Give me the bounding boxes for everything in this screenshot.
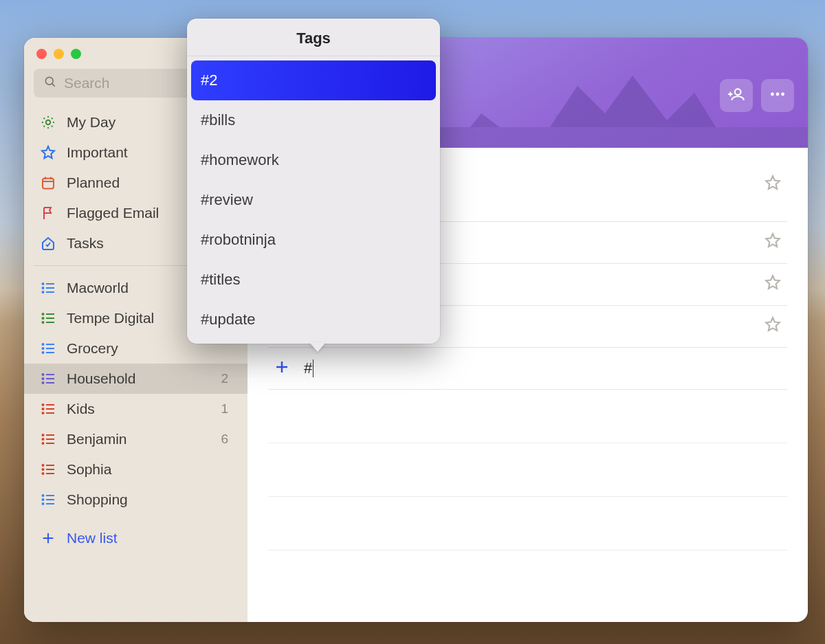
text-caret bbox=[313, 359, 314, 377]
sidebar-item-shopping[interactable]: Shopping bbox=[24, 485, 248, 515]
empty-row bbox=[268, 551, 787, 604]
svg-point-27 bbox=[43, 322, 44, 323]
window-zoom-button[interactable] bbox=[71, 49, 81, 59]
tag-option[interactable]: #update bbox=[191, 300, 436, 340]
more-button[interactable] bbox=[761, 79, 794, 112]
svg-point-31 bbox=[43, 344, 44, 345]
sidebar-item-label: Kids bbox=[67, 401, 95, 417]
sidebar-item-benjamin[interactable]: Benjamin6 bbox=[24, 424, 248, 454]
svg-marker-77 bbox=[766, 176, 780, 189]
svg-point-57 bbox=[43, 473, 44, 474]
sidebar-item-label: Tasks bbox=[67, 235, 104, 252]
sun-icon bbox=[39, 113, 57, 131]
svg-point-21 bbox=[43, 291, 44, 293]
flag-icon bbox=[39, 204, 57, 222]
search-icon bbox=[43, 75, 57, 91]
person-add-icon bbox=[727, 85, 745, 106]
sidebar-item-household[interactable]: Household2 bbox=[24, 364, 248, 394]
svg-point-20 bbox=[43, 287, 44, 289]
sidebar-item-label: Macworld bbox=[67, 280, 129, 296]
list-icon bbox=[39, 491, 57, 509]
tag-option[interactable]: #homework bbox=[191, 140, 436, 180]
svg-line-8 bbox=[52, 126, 53, 127]
calendar-icon bbox=[39, 174, 57, 192]
sidebar-item-label: Tempe Digital bbox=[67, 310, 154, 326]
star-icon bbox=[39, 144, 57, 162]
svg-point-55 bbox=[43, 465, 44, 466]
sidebar-item-label: Flagged Email bbox=[67, 205, 159, 221]
svg-point-49 bbox=[43, 434, 44, 436]
sidebar-item-label: Planned bbox=[67, 175, 120, 191]
list-icon bbox=[39, 309, 57, 327]
sidebar-item-label: Grocery bbox=[67, 340, 118, 357]
svg-point-75 bbox=[776, 93, 780, 96]
svg-point-25 bbox=[43, 313, 44, 315]
popover-title: Tags bbox=[187, 19, 440, 56]
tag-option[interactable]: #review bbox=[191, 180, 436, 220]
star-toggle[interactable] bbox=[764, 274, 782, 294]
svg-marker-11 bbox=[42, 146, 54, 158]
svg-point-44 bbox=[43, 408, 44, 410]
sidebar-item-kids[interactable]: Kids1 bbox=[24, 394, 248, 424]
svg-line-7 bbox=[44, 118, 45, 120]
svg-point-39 bbox=[43, 382, 44, 384]
svg-point-32 bbox=[43, 348, 44, 349]
tag-option[interactable]: #bills bbox=[191, 100, 436, 140]
tag-option[interactable]: #2 bbox=[191, 60, 436, 100]
add-task-input[interactable]: # bbox=[304, 359, 312, 377]
svg-point-37 bbox=[43, 374, 44, 375]
empty-row bbox=[268, 443, 787, 497]
list-icon bbox=[39, 340, 57, 357]
svg-point-62 bbox=[43, 499, 44, 500]
svg-point-0 bbox=[45, 77, 53, 85]
tags-popover: Tags #2#bills#homework#review#robotninja… bbox=[187, 19, 440, 344]
svg-rect-12 bbox=[43, 179, 54, 189]
svg-point-45 bbox=[43, 412, 44, 414]
star-toggle[interactable] bbox=[764, 174, 782, 195]
svg-point-33 bbox=[43, 352, 44, 353]
svg-point-71 bbox=[735, 89, 741, 95]
sidebar-item-label: Shopping bbox=[67, 491, 128, 508]
svg-line-10 bbox=[44, 126, 45, 127]
svg-marker-80 bbox=[766, 318, 780, 331]
tag-option[interactable]: #robotninja bbox=[191, 220, 436, 260]
list-icon bbox=[39, 460, 57, 478]
svg-point-56 bbox=[43, 469, 44, 470]
sidebar-item-count: 6 bbox=[221, 432, 232, 447]
star-toggle[interactable] bbox=[764, 315, 782, 336]
svg-point-19 bbox=[43, 283, 44, 285]
list-icon bbox=[39, 370, 57, 388]
svg-point-74 bbox=[771, 93, 774, 96]
svg-point-43 bbox=[43, 404, 44, 406]
svg-point-2 bbox=[46, 120, 50, 124]
svg-point-61 bbox=[43, 495, 44, 496]
sidebar-item-label: Important bbox=[67, 144, 128, 161]
empty-row bbox=[268, 390, 787, 443]
sidebar-item-label: Benjamin bbox=[67, 431, 127, 447]
list-icon bbox=[39, 279, 57, 297]
svg-marker-78 bbox=[766, 234, 780, 247]
share-button[interactable] bbox=[720, 79, 753, 112]
new-list-button[interactable]: New list bbox=[24, 520, 248, 556]
ellipsis-icon bbox=[769, 85, 786, 106]
add-task-row[interactable]: # bbox=[268, 348, 787, 390]
sidebar-item-count: 2 bbox=[221, 371, 232, 386]
svg-point-26 bbox=[43, 318, 44, 319]
window-close-button[interactable] bbox=[36, 49, 47, 59]
sidebar-item-label: My Day bbox=[67, 114, 116, 131]
svg-point-38 bbox=[43, 378, 44, 379]
new-list-label: New list bbox=[67, 530, 118, 546]
list-icon bbox=[39, 430, 57, 448]
tag-option[interactable]: #titles bbox=[191, 260, 436, 300]
window-minimize-button[interactable] bbox=[54, 49, 64, 59]
svg-line-1 bbox=[52, 84, 55, 87]
sidebar-item-count: 1 bbox=[221, 401, 232, 417]
sidebar-item-label: Sophia bbox=[67, 461, 111, 478]
star-toggle[interactable] bbox=[764, 232, 782, 252]
sidebar-item-sophia[interactable]: Sophia bbox=[24, 454, 248, 485]
svg-point-63 bbox=[43, 503, 44, 504]
svg-marker-79 bbox=[766, 276, 780, 289]
svg-point-50 bbox=[43, 438, 44, 440]
plus-icon bbox=[274, 359, 290, 378]
empty-row bbox=[268, 497, 787, 551]
